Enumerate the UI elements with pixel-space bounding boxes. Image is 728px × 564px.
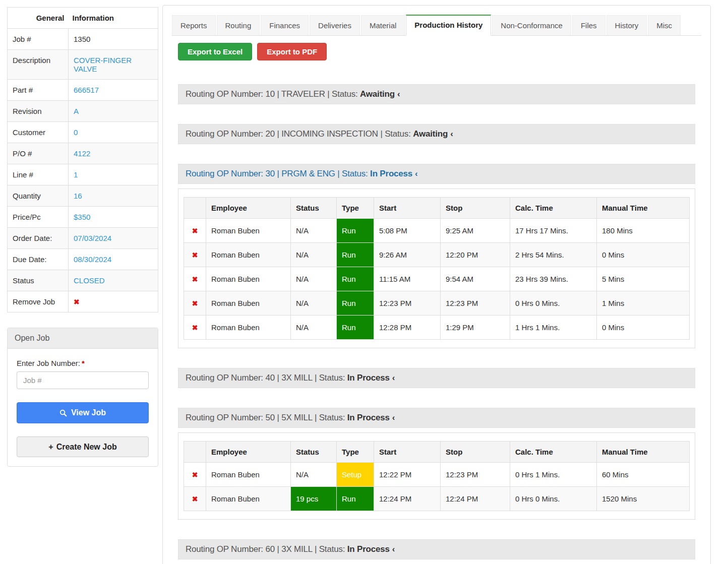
info-label: Part # <box>8 80 69 101</box>
tab-finances[interactable]: Finances <box>261 15 309 35</box>
collapse-chevron-icon[interactable]: ‹ <box>450 129 453 139</box>
cell-calc-time: 2 Hrs 54 Mins. <box>510 243 597 267</box>
tab-production-history[interactable]: Production History <box>406 15 491 36</box>
cell-stop: 12:23 PM <box>441 291 510 316</box>
cell-employee: Roman Buben <box>206 219 291 243</box>
cell-stop: 9:25 AM <box>441 219 510 243</box>
main-panel: ReportsRoutingFinancesDeliveriesMaterial… <box>162 5 711 564</box>
collapse-chevron-icon[interactable]: ‹ <box>392 413 395 422</box>
info-row-price-pc: Price/Pc$350 <box>8 207 158 228</box>
info-label: Job # <box>8 29 69 50</box>
info-value[interactable]: 1 <box>69 164 158 185</box>
routing-op-section-1: Routing OP Number: 10 | TRAVELER | Statu… <box>178 84 695 104</box>
cell-type: Run <box>337 267 374 291</box>
cell-stop: 12:20 PM <box>441 243 510 267</box>
routing-op-section-5: Routing OP Number: 50 | 5X MILL | Status… <box>178 408 695 520</box>
info-value[interactable]: A <box>69 101 158 122</box>
info-label: Order Date: <box>8 228 69 249</box>
tab-deliveries[interactable]: Deliveries <box>310 15 360 35</box>
op-table-container: EmployeeStatusTypeStartStopCalc. TimeMan… <box>178 189 695 348</box>
info-value: ✖ <box>69 291 158 312</box>
info-value[interactable]: 666517 <box>69 80 158 101</box>
delete-entry-icon[interactable]: ✖ <box>192 324 198 332</box>
info-value[interactable]: 4122 <box>69 143 158 164</box>
delete-cell: ✖ <box>184 463 206 487</box>
export-to-excel-button[interactable]: Export to Excel <box>178 43 252 60</box>
tab-history[interactable]: History <box>606 15 647 35</box>
export-toolbar: Export to Excel Export to PDF <box>172 43 701 60</box>
column-header-employee: Employee <box>206 198 291 219</box>
tab-files[interactable]: Files <box>572 15 605 35</box>
info-value[interactable]: $350 <box>69 207 158 228</box>
info-label: Line # <box>8 164 69 185</box>
cell-calc-time: 0 Hrs 0 Mins. <box>510 487 597 511</box>
routing-op-header[interactable]: Routing OP Number: 20 | INCOMING INSPECT… <box>178 124 695 144</box>
column-header-type: Type <box>337 198 374 219</box>
info-row-quantity: Quantity16 <box>8 185 158 207</box>
routing-op-header[interactable]: Routing OP Number: 30 | PRGM & ENG | Sta… <box>178 164 695 184</box>
collapse-chevron-icon[interactable]: ‹ <box>397 89 400 99</box>
delete-cell: ✖ <box>184 267 206 291</box>
cell-start: 9:26 AM <box>374 243 441 267</box>
job-number-input[interactable] <box>17 371 149 389</box>
delete-entry-icon[interactable]: ✖ <box>192 299 198 307</box>
cell-stop: 12:23 PM <box>441 463 510 487</box>
routing-op-header[interactable]: Routing OP Number: 50 | 5X MILL | Status… <box>178 408 695 428</box>
tab-material[interactable]: Material <box>361 15 405 35</box>
tab-routing[interactable]: Routing <box>217 15 260 35</box>
info-row-p-o: P/O #4122 <box>8 143 158 164</box>
delete-entry-icon[interactable]: ✖ <box>192 471 198 479</box>
routing-op-text: Routing OP Number: 30 | PRGM & ENG | Sta… <box>186 169 370 178</box>
view-job-button[interactable]: View Job <box>17 402 149 423</box>
collapse-chevron-icon[interactable]: ‹ <box>392 373 395 383</box>
cell-status: N/A <box>291 291 337 316</box>
routing-op-section-2: Routing OP Number: 20 | INCOMING INSPECT… <box>178 124 695 144</box>
routing-op-status: In Process <box>347 373 390 383</box>
cell-start: 12:28 PM <box>374 316 441 340</box>
info-label: Due Date: <box>8 249 69 270</box>
cell-status: 19 pcs <box>291 487 337 511</box>
open-job-body: Enter Job Number:* View Job +Create New … <box>8 349 158 466</box>
routing-op-text: Routing OP Number: 10 | TRAVELER | Statu… <box>186 89 360 99</box>
info-value[interactable]: 08/30/2024 <box>69 249 158 270</box>
delete-entry-icon[interactable]: ✖ <box>192 251 198 259</box>
cell-status: N/A <box>291 219 337 243</box>
cell-calc-time: 1 Hrs 1 Mins. <box>510 316 597 340</box>
info-value[interactable]: 16 <box>69 185 158 207</box>
info-row-revision: RevisionA <box>8 101 158 122</box>
routing-op-text: Routing OP Number: 60 | 3X MILL | Status… <box>186 544 347 554</box>
open-job-panel: Open Job Enter Job Number:* View Job +Cr… <box>7 328 158 467</box>
tab-reports[interactable]: Reports <box>172 15 216 35</box>
collapse-chevron-icon[interactable]: ‹ <box>392 544 395 554</box>
column-header-status: Status <box>291 442 337 463</box>
column-header-start: Start <box>374 198 441 219</box>
delete-entry-icon[interactable]: ✖ <box>192 227 198 235</box>
info-value[interactable]: CLOSED <box>69 270 158 291</box>
delete-cell: ✖ <box>184 291 206 316</box>
cell-manual-time: 180 Mins <box>597 219 690 243</box>
delete-entry-icon[interactable]: ✖ <box>192 275 198 283</box>
create-new-job-button[interactable]: +Create New Job <box>17 436 149 457</box>
general-info-body: Job #1350DescriptionCOVER-FINGER VALVEPa… <box>8 29 158 312</box>
info-value[interactable]: 07/03/2024 <box>69 228 158 249</box>
create-new-job-label: Create New Job <box>56 443 117 451</box>
info-value[interactable]: 0 <box>69 122 158 143</box>
delete-entry-icon[interactable]: ✖ <box>192 495 198 503</box>
tab-misc[interactable]: Misc <box>648 15 681 35</box>
routing-op-header[interactable]: Routing OP Number: 40 | 3X MILL | Status… <box>178 368 695 388</box>
tab-non-conformance[interactable]: Non-Conformance <box>492 15 571 35</box>
table-header-row: EmployeeStatusTypeStartStopCalc. TimeMan… <box>184 442 690 463</box>
info-value[interactable]: COVER-FINGER VALVE <box>69 50 158 80</box>
plus-icon: + <box>48 443 53 451</box>
routing-op-header[interactable]: Routing OP Number: 10 | TRAVELER | Statu… <box>178 84 695 104</box>
info-row-line: Line #1 <box>8 164 158 185</box>
column-header-type: Type <box>337 442 374 463</box>
cell-type: Run <box>337 243 374 267</box>
export-to-pdf-button[interactable]: Export to PDF <box>257 43 327 60</box>
cell-type: Run <box>337 487 374 511</box>
table-row: ✖Roman BubenN/ARun5:08 PM9:25 AM17 Hrs 1… <box>184 219 690 243</box>
table-row: ✖Roman Buben19 pcsRun12:24 PM12:24 PM0 H… <box>184 487 690 511</box>
collapse-chevron-icon[interactable]: ‹ <box>415 169 417 178</box>
routing-op-header[interactable]: Routing OP Number: 60 | 3X MILL | Status… <box>178 539 695 559</box>
remove-job-icon[interactable]: ✖ <box>74 298 80 306</box>
